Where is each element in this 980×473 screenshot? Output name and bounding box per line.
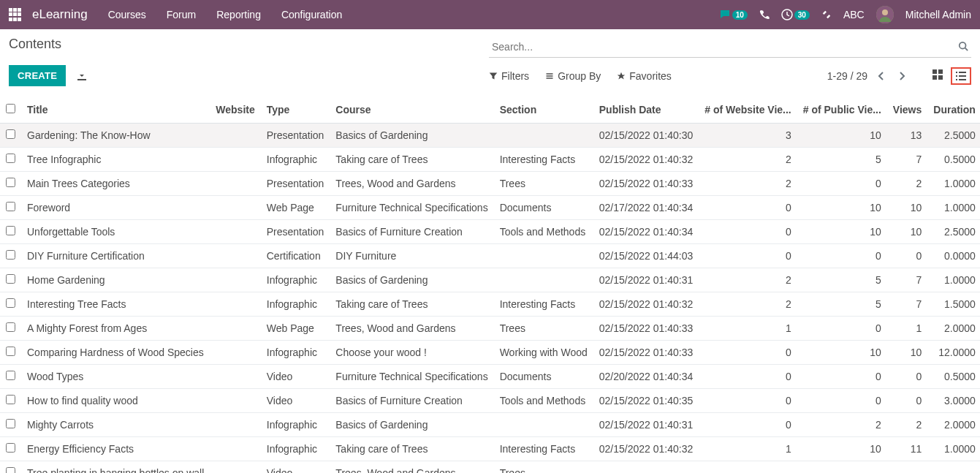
cell-website: [210, 196, 260, 220]
cell-title: Foreword: [21, 196, 210, 220]
cell-type: Presentation: [261, 220, 330, 244]
col-views[interactable]: Views: [887, 97, 927, 124]
cell-website: [210, 124, 260, 148]
kanban-view-icon[interactable]: [929, 67, 946, 85]
avatar[interactable]: [876, 6, 894, 23]
col-website[interactable]: Website: [210, 97, 260, 124]
cell-duration: 0.5000: [927, 148, 980, 172]
company-selector[interactable]: ABC: [843, 9, 865, 20]
col-public-views[interactable]: # of Public Vie...: [797, 97, 887, 124]
select-all-checkbox[interactable]: [6, 104, 15, 113]
create-button[interactable]: CREATE: [9, 65, 66, 86]
row-checkbox[interactable]: [6, 419, 15, 428]
pager-prev-icon[interactable]: [875, 71, 888, 81]
table-row[interactable]: Energy Efficiency FactsInfographicTaking…: [0, 437, 980, 461]
table-row[interactable]: Comparing Hardness of Wood SpeciesInfogr…: [0, 341, 980, 365]
cell-type: Presentation: [261, 124, 330, 148]
col-course[interactable]: Course: [330, 97, 493, 124]
row-checkbox[interactable]: [6, 250, 15, 260]
activities-icon[interactable]: 30: [781, 9, 810, 20]
row-checkbox[interactable]: [6, 347, 15, 356]
search-input[interactable]: [489, 37, 971, 58]
cell-course: Trees, Wood and Gardens: [330, 461, 493, 474]
row-checkbox[interactable]: [6, 129, 15, 139]
favorites-button[interactable]: Favorites: [617, 67, 672, 85]
row-checkbox[interactable]: [6, 443, 15, 453]
cell-duration: 1.0000: [927, 196, 980, 220]
svg-point-3: [960, 42, 966, 49]
cell-website-views: [699, 461, 797, 474]
cell-website: [210, 437, 260, 461]
table-row[interactable]: Unforgettable ToolsPresentationBasics of…: [0, 220, 980, 244]
table-row[interactable]: Tree InfographicInfographicTaking care o…: [0, 148, 980, 172]
group-by-button[interactable]: Group By: [545, 67, 601, 85]
row-checkbox[interactable]: [6, 467, 15, 473]
app-brand[interactable]: eLearning: [32, 7, 88, 22]
col-duration[interactable]: Duration: [927, 97, 980, 124]
pager-next-icon[interactable]: [895, 71, 908, 81]
cell-website-views: 0: [699, 413, 797, 437]
col-title[interactable]: Title: [21, 97, 210, 124]
table-row[interactable]: Gardening: The Know-HowPresentationBasic…: [0, 124, 980, 148]
cell-views: 7: [887, 268, 927, 292]
table-row[interactable]: Interesting Tree FactsInfographicTaking …: [0, 292, 980, 317]
pager-text[interactable]: 1-29 / 29: [827, 70, 867, 82]
col-website-views[interactable]: # of Website Vie...: [699, 97, 797, 124]
debug-icon[interactable]: [821, 10, 832, 20]
cell-publish-date: 02/17/2022 01:40:34: [593, 196, 699, 220]
table-row[interactable]: Wood TypesVideoFurniture Technical Speci…: [0, 365, 980, 389]
menu-reporting[interactable]: Reporting: [216, 9, 261, 20]
row-checkbox[interactable]: [6, 202, 15, 211]
menu-configuration[interactable]: Configuration: [281, 9, 342, 20]
menu-forum[interactable]: Forum: [167, 9, 196, 20]
table-row[interactable]: Main Trees CategoriesPresentationTrees, …: [0, 172, 980, 196]
cell-title: Main Trees Categories: [21, 172, 210, 196]
cell-views: 10: [887, 341, 927, 365]
cell-website: [210, 220, 260, 244]
row-checkbox[interactable]: [6, 154, 15, 163]
cell-title: Mighty Carrots: [21, 413, 210, 437]
row-checkbox[interactable]: [6, 178, 15, 187]
table-row[interactable]: Home GardeningInfographicBasics of Garde…: [0, 268, 980, 292]
cell-course: Furniture Technical Specifications: [330, 196, 493, 220]
cell-website: [210, 389, 260, 413]
table-row[interactable]: How to find quality woodVideoBasics of F…: [0, 389, 980, 413]
col-type[interactable]: Type: [261, 97, 330, 124]
cell-title: DIY Furniture Certification: [21, 244, 210, 268]
table-row[interactable]: A Mighty Forest from AgesWeb PageTrees, …: [0, 317, 980, 341]
cell-duration: 0.5000: [927, 365, 980, 389]
menu-courses[interactable]: Courses: [108, 9, 146, 20]
row-checkbox[interactable]: [6, 298, 15, 308]
cell-publish-date: 02/15/2022 01:44:03: [593, 244, 699, 268]
table-row[interactable]: DIY Furniture CertificationCertification…: [0, 244, 980, 268]
cell-publish-date: 02/15/2022 01:40:31: [593, 413, 699, 437]
table-row[interactable]: ForewordWeb PageFurniture Technical Spec…: [0, 196, 980, 220]
cell-website: [210, 365, 260, 389]
search-icon[interactable]: [958, 41, 968, 51]
cell-publish-date: 02/15/2022 01:40:35: [593, 389, 699, 413]
row-checkbox[interactable]: [6, 371, 15, 380]
svg-rect-12: [956, 79, 957, 80]
cell-title: Comparing Hardness of Wood Species: [21, 341, 210, 365]
svg-rect-5: [938, 69, 943, 74]
apps-menu-icon[interactable]: [9, 8, 22, 21]
systray: 10 30 ABC Mitchell Admin: [719, 6, 971, 23]
table-row[interactable]: Tree planting in hanging bottles on wall…: [0, 461, 980, 474]
user-name[interactable]: Mitchell Admin: [905, 9, 971, 20]
cell-section: Trees: [494, 461, 593, 474]
row-checkbox[interactable]: [6, 322, 15, 332]
row-checkbox[interactable]: [6, 274, 15, 284]
col-section[interactable]: Section: [494, 97, 593, 124]
messages-icon[interactable]: 10: [719, 9, 748, 20]
cell-duration: 2.0000: [927, 317, 980, 341]
cell-course: Choose your wood !: [330, 341, 493, 365]
table-row[interactable]: Mighty CarrotsInfographicBasics of Garde…: [0, 413, 980, 437]
phone-icon[interactable]: [759, 10, 770, 20]
list-view-icon[interactable]: [951, 67, 971, 85]
col-publish-date[interactable]: Publish Date: [593, 97, 699, 124]
cell-course: Basics of Furniture Creation: [330, 220, 493, 244]
download-icon[interactable]: [76, 70, 88, 82]
row-checkbox[interactable]: [6, 226, 15, 235]
filters-button[interactable]: Filters: [489, 67, 529, 85]
row-checkbox[interactable]: [6, 395, 15, 404]
